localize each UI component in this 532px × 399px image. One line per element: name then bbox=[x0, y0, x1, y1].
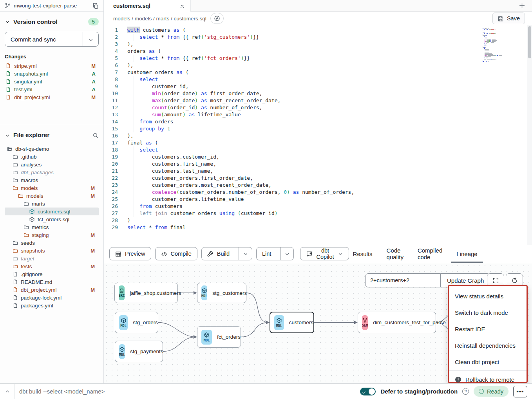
compile-button[interactable]: Compile bbox=[155, 247, 197, 260]
chevron-down-icon bbox=[284, 251, 290, 257]
tab-lineage[interactable]: Lineage bbox=[456, 245, 477, 263]
tree-item-dbt_packages[interactable]: dbt_packages bbox=[5, 168, 99, 176]
tab-code-quality[interactable]: Code quality bbox=[387, 245, 404, 263]
tree-item-dbt_project.yml[interactable]: dbt_project.ymlM bbox=[5, 286, 99, 294]
status-bar: dbt build --select <model_name> Defer to… bbox=[0, 383, 532, 399]
change-item-dbt_project.yml[interactable]: dbt_project.ymlM bbox=[5, 93, 99, 101]
tab-customers-sql[interactable]: customers.sql bbox=[104, 0, 191, 12]
command-input[interactable]: dbt build --select <model_name> bbox=[19, 388, 105, 395]
lineage-node-jaffle_shop.customers[interactable]: SRCjaffle_shop.customers bbox=[114, 283, 178, 303]
code-line: 28) bbox=[104, 217, 532, 224]
file-explorer-header[interactable]: File explorer bbox=[5, 129, 99, 141]
tree-item-models[interactable]: modelsM bbox=[5, 192, 99, 200]
change-status: A bbox=[92, 71, 99, 77]
expand-command-bar-button[interactable] bbox=[5, 388, 10, 395]
menu-item-clean-dbt-project[interactable]: Clean dbt project bbox=[449, 354, 527, 370]
change-item-singular.yml[interactable]: singular.ymlA bbox=[5, 78, 99, 85]
model-cube-icon bbox=[121, 318, 127, 323]
warning-icon bbox=[455, 376, 461, 383]
tree-item-customers.sql[interactable]: customers.sql bbox=[5, 208, 99, 215]
code-line: 25 customer_orders.lifetime_value bbox=[104, 196, 532, 203]
folder-icon bbox=[13, 154, 18, 159]
tab-compiled-code[interactable]: Compiled code bbox=[418, 245, 442, 263]
change-item-stripe.yml[interactable]: stripe.ymlM bbox=[5, 62, 99, 70]
tree-item-metrics[interactable]: metrics bbox=[5, 223, 99, 231]
wrench-icon bbox=[207, 251, 214, 257]
tree-item-fct_orders.sql[interactable]: fct_orders.sql bbox=[5, 215, 99, 223]
code-line: 17final as ( bbox=[104, 139, 532, 146]
file-status: M bbox=[90, 287, 99, 293]
tab-results[interactable]: Results bbox=[353, 245, 373, 263]
change-item-snapshots.yml[interactable]: snapshots.ymlA bbox=[5, 70, 99, 78]
changes-list: stripe.ymlMsnapshots.ymlAsingular.ymlAte… bbox=[5, 62, 99, 101]
tree-item-macros[interactable]: macros bbox=[5, 176, 99, 184]
tree-item-seeds[interactable]: seeds bbox=[5, 239, 99, 247]
close-icon bbox=[179, 4, 185, 9]
menu-item-reinstall-dependencies[interactable]: Reinstall dependencies bbox=[449, 337, 527, 354]
lineage-node-dim_customers_test_for_parse[interactable]: SEMdim_customers_test_for_parse bbox=[358, 312, 436, 333]
model-badge: MDL bbox=[201, 285, 207, 300]
version-control-title: Version control bbox=[13, 18, 58, 25]
tree-item-.github[interactable]: .github bbox=[5, 153, 99, 161]
search-icon bbox=[92, 132, 99, 139]
lint-button[interactable]: Lint bbox=[256, 247, 294, 260]
more-options-button[interactable]: ••• bbox=[513, 386, 527, 397]
tree-item-db-sl-qs-demo[interactable]: db-sl-qs-demo bbox=[5, 145, 99, 153]
change-item-test.yml[interactable]: test.ymlA bbox=[5, 85, 99, 93]
tree-item-packages.yml[interactable]: packages.yml bbox=[5, 302, 99, 309]
defer-toggle[interactable] bbox=[360, 388, 376, 395]
editor-minimap[interactable] bbox=[483, 28, 506, 62]
menu-item-rollback-to-remote[interactable]: Rollback to remote bbox=[449, 371, 527, 383]
menu-item-restart-ide[interactable]: Restart IDE bbox=[449, 321, 527, 337]
folder-icon bbox=[13, 185, 18, 191]
close-tab-icon[interactable] bbox=[179, 3, 185, 9]
new-tab-button[interactable] bbox=[512, 0, 532, 11]
save-button[interactable]: Save bbox=[492, 13, 525, 24]
code-line: 29select * from final bbox=[104, 224, 532, 231]
result-panel-tabs: ResultsCode qualityCompiled codeLineage bbox=[353, 245, 478, 263]
code-line: 10 min(order_date) as first_order_date, bbox=[104, 90, 532, 97]
preview-button[interactable]: Preview bbox=[109, 247, 151, 260]
dbt-copilot-button[interactable]: dbt Copilot bbox=[300, 247, 349, 260]
lint-options-dropdown[interactable] bbox=[280, 247, 293, 260]
code-editor[interactable]: 1with customers as (2 select * from {{ r… bbox=[104, 25, 532, 245]
tree-item-target[interactable]: target bbox=[5, 255, 99, 262]
search-icon[interactable] bbox=[92, 132, 99, 139]
lineage-node-fct_orders[interactable]: MDLfct_orders bbox=[197, 326, 241, 348]
lineage-node-customers[interactable]: MDLcustomers bbox=[270, 312, 314, 333]
lineage-node-stg_payments[interactable]: MDLstg_payments bbox=[115, 341, 163, 362]
refresh-icon bbox=[511, 277, 518, 284]
lineage-selector-input[interactable] bbox=[365, 273, 441, 287]
menu-item-switch-to-dark-mode[interactable]: Switch to dark mode bbox=[449, 304, 527, 321]
code-line: 26 from customers bbox=[104, 203, 532, 210]
editor-scrollbar[interactable] bbox=[527, 25, 532, 245]
tree-item-README.md[interactable]: README.md bbox=[5, 278, 99, 286]
menu-item-view-status-details[interactable]: View status details bbox=[449, 288, 527, 304]
code-line: 14 from orders bbox=[104, 118, 532, 125]
tree-item-marts[interactable]: marts bbox=[5, 200, 99, 208]
folder-icon bbox=[13, 240, 18, 246]
tree-item-snapshots[interactable]: snapshotsM bbox=[5, 247, 99, 255]
tree-item-package-lock.yml[interactable]: package-lock.yml bbox=[5, 294, 99, 302]
code-line: 20 customers.first_name, bbox=[104, 161, 532, 168]
tree-item-staging[interactable]: stagingM bbox=[5, 231, 99, 239]
folder-icon bbox=[18, 193, 24, 199]
commit-options-dropdown[interactable] bbox=[83, 32, 98, 46]
build-button[interactable]: Build bbox=[201, 247, 252, 260]
code-line: 3), bbox=[104, 41, 532, 48]
help-icon[interactable]: ? bbox=[462, 388, 469, 395]
tree-item-tests[interactable]: testsM bbox=[5, 262, 99, 270]
code-line: 23 customer_orders.most_recent_order_dat… bbox=[104, 182, 532, 189]
copy-branch-button[interactable] bbox=[92, 2, 99, 9]
scrollbar-thumb[interactable] bbox=[528, 26, 531, 58]
open-in-explorer-button[interactable] bbox=[210, 13, 224, 24]
lineage-node-stg_orders[interactable]: MDLstg_orders bbox=[115, 312, 158, 333]
build-options-dropdown[interactable] bbox=[239, 247, 252, 260]
tree-item-.gitignore[interactable]: .gitignore bbox=[5, 270, 99, 278]
tree-item-models[interactable]: modelsM bbox=[5, 184, 99, 192]
commit-and-sync-button[interactable]: Commit and sync bbox=[5, 32, 99, 47]
tree-item-analyses[interactable]: analyses bbox=[5, 161, 99, 168]
file-status: M bbox=[90, 193, 99, 199]
version-control-header[interactable]: Version control 5 bbox=[5, 16, 99, 28]
lineage-node-stg_customers[interactable]: MDLstg_customers bbox=[197, 283, 246, 303]
